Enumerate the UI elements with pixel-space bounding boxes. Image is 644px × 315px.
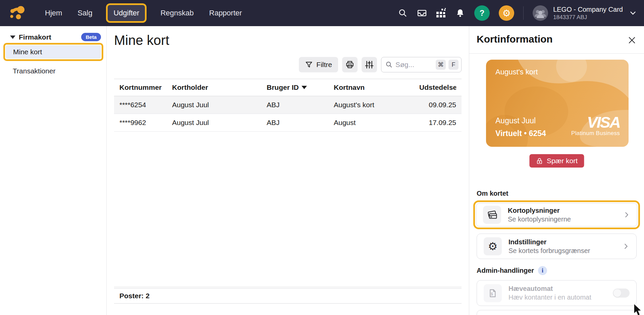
virtual-card-visual: August's kort August Juul Virtuelt • 625… [486,60,629,147]
nav-item-rapporter[interactable]: Rapporter [209,9,242,17]
apps-grid-icon[interactable] [436,8,446,18]
sort-desc-icon [302,86,307,89]
svg-text:$: $ [491,292,493,296]
panel-title: Kortinformation [477,34,553,45]
block-card-label: Spær kort [547,157,578,165]
column-header-udstedelsesdato[interactable]: Udstedelses [419,83,456,91]
main-nav: Hjem Salg Udgifter Regnskab Rapporter [45,5,242,21]
sidebar-item-mine-kort[interactable]: Mine kort [6,45,101,59]
mouse-cursor [633,304,644,315]
cell-kortholder: August Juul [172,101,267,109]
topbar-actions: ? ⚙ LEGO - Company Card 1843377 ABJ [398,5,638,21]
help-button[interactable]: ? [474,5,490,21]
table-row[interactable]: ****6254 August Juul ABJ August's kort 0… [114,96,462,114]
app-logo-icon[interactable] [9,5,26,21]
filter-button-label: Filtre [316,61,332,69]
nav-item-salg[interactable]: Salg [77,9,92,17]
sidebar-item-label: Transaktioner [13,67,56,75]
table-footer: Poster: 2 [114,288,462,304]
search-field: ⌘ F [381,57,462,72]
cards-table: Kortnummer Kortholder Bruger ID Kortnavn… [114,79,462,304]
cell-kortholder: August Juul [172,119,267,127]
card-settings-item[interactable]: ⚙ Indstillinger Se kortets forbrugsgræns… [477,234,637,259]
item-title: Hæveautomat [508,285,591,293]
cell-kortnavn: August [334,119,419,127]
sidebar-section-firmakort[interactable]: Firmakort Beta [10,33,101,41]
account-text: LEGO - Company Card 1843377 ABJ [553,5,623,21]
cell-udstedelsesdato: 09.09.25 [419,101,456,109]
caret-down-icon [10,36,15,39]
card-details-item[interactable]: Kortoplysninger Se kortoplysningerne [476,203,637,227]
print-button[interactable] [342,57,358,72]
nav-item-regnskab[interactable]: Regnskab [160,9,194,17]
search-input-icon [385,61,393,68]
credit-cards-icon [483,206,501,224]
sidebar-item-label: Mine kort [13,48,42,56]
column-header-kortnavn[interactable]: Kortnavn [334,83,419,91]
search-icon[interactable] [398,8,408,18]
card-holder-name: August Juul [495,116,536,125]
card-type-last4: Virtuelt • 6254 [495,129,546,138]
info-icon[interactable]: i [538,266,547,275]
visa-logo: VISA Platinum Business [571,116,620,137]
topbar: Hjem Salg Udgifter Regnskab Rapporter [0,0,644,26]
about-section-label: Om kortet [477,190,508,197]
admin-section-label: Admin-handlinger i [477,266,547,275]
funnel-icon [305,61,313,69]
chevron-right-icon [622,243,630,250]
beta-badge: Beta [81,33,101,41]
notifications-bell-icon[interactable] [455,8,465,18]
partial-item [477,310,637,315]
column-settings-button[interactable] [362,57,377,72]
printer-icon [345,60,354,69]
account-menu[interactable]: LEGO - Company Card 1843377 ABJ [533,5,638,21]
atm-item-disabled: $ Hæveautomat Hæv kontanter i en automat [477,280,637,306]
atm-toggle-off[interactable] [613,289,630,298]
nav-item-udgifter[interactable]: Udgifter [108,5,145,21]
item-text: Hæveautomat Hæv kontanter i en automat [508,285,591,301]
shortcut-f-key: F [448,60,459,70]
shortcut-cmd-key: ⌘ [436,60,446,70]
sidebar-section-label: Firmakort [19,33,51,41]
item-text: Indstillinger Se kortets forbrugsgrænser [508,238,590,255]
cell-kortnavn: August's kort [334,101,419,109]
chevron-down-icon[interactable] [628,8,638,18]
search-input[interactable] [395,61,433,69]
card-label: August's kort [495,68,538,76]
toggle-knob [613,289,621,297]
visa-tier-label: Platinum Business [571,130,620,137]
item-subtitle: Hæv kontanter i en automat [508,294,591,301]
table-row[interactable]: ****9962 August Juul ABJ August 17.09.25 [114,114,462,132]
account-name: LEGO - Company Card [553,5,623,13]
cell-bruger-id: ABJ [267,101,334,109]
panel-header: Kortinformation [469,26,644,54]
settings-gear-button[interactable]: ⚙ [499,5,514,21]
avatar [533,5,548,21]
column-header-kortholder[interactable]: Kortholder [172,83,267,91]
nav-item-hjem[interactable]: Hjem [45,9,62,17]
page-title: Mine kort [114,33,169,48]
cell-udstedelsesdato: 17.09.25 [419,119,456,127]
item-title: Kortoplysninger [508,207,571,214]
item-title: Indstillinger [508,238,590,246]
block-card-button[interactable]: Spær kort [529,154,584,168]
inbox-icon[interactable] [417,8,427,18]
topbar-divider [523,6,524,20]
column-header-bruger-id[interactable]: Bruger ID [267,83,334,91]
sidebar: Firmakort Beta Mine kort Transaktioner [0,26,107,315]
item-text: Kortoplysninger Se kortoplysningerne [508,207,571,223]
column-header-kortnummer[interactable]: Kortnummer [119,83,172,91]
account-id: 1843377 ABJ [553,14,623,21]
cell-kortnummer: ****6254 [119,101,172,109]
record-count: Poster: 2 [119,292,150,300]
item-subtitle: Se kortoplysningerne [508,215,571,223]
table-body: ****6254 August Juul ABJ August's kort 0… [114,96,462,287]
annotation-box-kortoplysninger: Kortoplysninger Se kortoplysningerne [473,200,640,229]
lock-icon [536,157,543,165]
visa-wordmark: VISA [571,116,620,129]
filter-button[interactable]: Filtre [299,57,338,72]
main-content: Mine kort Filtre [107,26,469,315]
item-subtitle: Se kortets forbrugsgrænser [508,247,590,255]
sidebar-item-transaktioner[interactable]: Transaktioner [13,67,56,75]
close-icon[interactable] [627,35,637,46]
